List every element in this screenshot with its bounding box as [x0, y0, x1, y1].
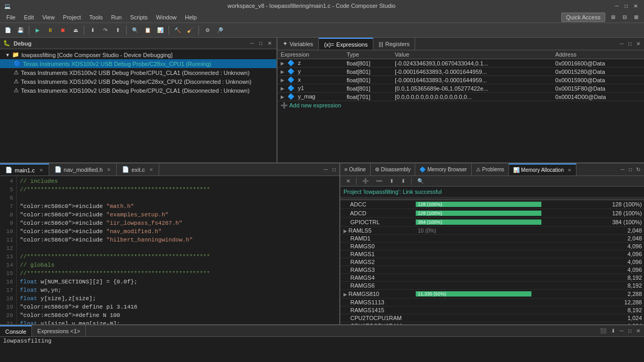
vars-row-1[interactable]: ▶ 🔷 y float[801] [-0.000164633893,-0.000…: [277, 68, 644, 76]
editor-content[interactable]: 45678910111213141516171819202122232425 /…: [0, 176, 339, 324]
console-clear-btn[interactable]: ⬛: [598, 327, 608, 334]
mem-row-9[interactable]: RAMGS4 8,192: [340, 274, 644, 282]
tab-memory-browser[interactable]: 🔷 Memory Browser: [415, 163, 472, 175]
quick-access-button[interactable]: Quick Access: [561, 13, 605, 22]
debug-maximize-btn[interactable]: □: [258, 40, 264, 47]
right-panel-min-btn[interactable]: ─: [619, 166, 626, 173]
mem-row-12[interactable]: RAMGS1113 12,288: [340, 299, 644, 306]
editor-max-btn[interactable]: □: [331, 166, 337, 173]
mem-filter-btn[interactable]: 🔍: [415, 177, 426, 185]
debug-close-btn[interactable]: ✕: [266, 40, 273, 47]
toolbar-debug-stop[interactable]: ⏹: [57, 25, 69, 36]
editor-tab-close-main[interactable]: ✕: [39, 168, 43, 173]
vars-row-4[interactable]: ▶ 🔷 y_mag float[701] [0.0,0.0,0.0,0.0,0.…: [277, 93, 644, 101]
mem-row-6[interactable]: RAMGS1 4,096: [340, 250, 644, 258]
tab-variables[interactable]: ✦ Variables: [277, 38, 319, 50]
vars-maximize-btn[interactable]: □: [627, 40, 633, 47]
editor-tab-main[interactable]: 📄 main1.c ✕: [0, 163, 49, 175]
vars-row-0[interactable]: ▶ 🔷 z float[801] [-0.0243346393,0.067043…: [277, 59, 644, 68]
toolbar-layout1[interactable]: ⊞: [607, 12, 619, 23]
mem-alloc-tab-close[interactable]: ✕: [568, 168, 572, 173]
menu-project[interactable]: Project: [59, 13, 85, 21]
mem-row-7[interactable]: RAMGS2 4,096: [340, 258, 644, 266]
tab-console[interactable]: Console: [0, 325, 32, 336]
editor-min-btn[interactable]: ─: [323, 166, 329, 173]
vars-row-3[interactable]: ▶ 🔷 y1 float[801] [0.0,1.05365689e-06,1.…: [277, 84, 644, 93]
debug-tree-item-3[interactable]: ⚠ Texas Instruments XDS100v2 USB Debug P…: [0, 86, 276, 95]
toolbar-debug-suspend[interactable]: ⏸: [45, 25, 56, 36]
toolbar-step-over[interactable]: ↷: [99, 25, 111, 36]
toolbar-registers[interactable]: 📋: [142, 25, 153, 36]
mem-add-btn[interactable]: ➕: [360, 177, 371, 185]
menu-run[interactable]: Run: [107, 13, 126, 21]
variables-table-scroll[interactable]: Expression Type Value Address ▶ 🔷 z floa…: [277, 50, 644, 162]
mem-row-2[interactable]: GPIOCTRL 384 (100%) 384 (100%): [340, 218, 644, 227]
toolbar-new[interactable]: 📄: [2, 25, 14, 36]
mem-export-btn[interactable]: ⬆: [387, 177, 396, 185]
debug-tree-root[interactable]: ▼ 📁 lowpassfilting [Code Composer Studio…: [0, 50, 276, 59]
toolbar-step-out[interactable]: ⬆: [112, 25, 124, 36]
toolbar-build[interactable]: 🔨: [172, 25, 183, 36]
tab-problems[interactable]: ⚠ Problems: [472, 163, 509, 175]
tab-registers[interactable]: ||| Registers: [373, 38, 415, 50]
menu-tools[interactable]: Tools: [85, 13, 107, 21]
mem-row-13[interactable]: RAMGS1415 8,192: [340, 306, 644, 314]
right-panel-refresh-btn[interactable]: ↻: [635, 166, 642, 173]
mem-row-4[interactable]: RAMD1 2,048: [340, 235, 644, 243]
toolbar-clean[interactable]: 🧹: [184, 25, 196, 36]
debug-tree-item-1[interactable]: ⚠ Texas Instruments XDS100v2 USB Debug P…: [0, 68, 276, 77]
toolbar-debug-resume[interactable]: ▶: [32, 25, 43, 36]
toolbar-expressions[interactable]: 📊: [154, 25, 166, 36]
tab-expressions[interactable]: (x)= Expressions: [319, 38, 373, 50]
mem-remove-btn[interactable]: ➖: [373, 177, 385, 185]
toolbar-layout3[interactable]: ⊠: [630, 12, 642, 23]
add-expression-btn[interactable]: ➕ Add new expression: [277, 101, 644, 110]
mem-row-8[interactable]: RAMGS3 4,096: [340, 266, 644, 274]
mem-row-11[interactable]: ▶ RAMGS810 11,330 (92%) 2,288: [340, 290, 644, 299]
menu-window[interactable]: Window: [152, 13, 181, 21]
menu-scripts[interactable]: Scripts: [126, 13, 152, 21]
mem-import-btn[interactable]: ⬇: [398, 177, 408, 185]
mem-row-5[interactable]: RAMGS0 4,096: [340, 243, 644, 250]
toolbar-layout2[interactable]: ⊟: [619, 12, 630, 23]
toolbar-memory[interactable]: 🔍: [129, 25, 141, 36]
toolbar-debug-disconnect[interactable]: ⏏: [70, 25, 81, 36]
menu-help[interactable]: Help: [181, 13, 201, 21]
menu-view[interactable]: View: [38, 13, 59, 21]
toolbar-settings[interactable]: ⚙: [202, 25, 213, 36]
vars-close-btn[interactable]: ✕: [635, 40, 642, 47]
editor-tab-exit[interactable]: 📄 exit.c ✕: [117, 163, 159, 175]
console-close-btn[interactable]: ✕: [635, 327, 642, 334]
right-panel-max-btn[interactable]: □: [627, 166, 634, 173]
minimize-button[interactable]: ─: [613, 2, 621, 10]
tab-expressions-console[interactable]: Expressions <1>: [32, 325, 86, 336]
mem-row-1[interactable]: ADCD 128 (100%) 128 (100%): [340, 209, 644, 218]
toolbar-search[interactable]: 🔎: [214, 25, 226, 36]
tab-outline[interactable]: ≡ Outline: [340, 163, 371, 175]
tab-memory-allocation[interactable]: 📊 Memory Allocation ✕: [509, 163, 576, 175]
toolbar-step-into[interactable]: ⬇: [87, 25, 98, 36]
editor-tab-nav[interactable]: 📄 nav_modified.h ✕: [49, 163, 117, 175]
toolbar-save[interactable]: 💾: [15, 25, 26, 36]
editor-tab-close-nav[interactable]: ✕: [107, 167, 111, 172]
console-scroll-btn[interactable]: ⬇: [609, 327, 617, 334]
menu-file[interactable]: File: [2, 13, 20, 21]
mem-row-3[interactable]: ▶ RAMLS5 10 (0%) 2,048: [340, 227, 644, 235]
debug-collapse-btn[interactable]: ─: [249, 40, 256, 47]
console-max-btn[interactable]: □: [627, 327, 633, 334]
debug-tree-item-2[interactable]: ⚠ Texas Instruments XDS100v2 USB Debug P…: [0, 77, 276, 86]
mem-row-10[interactable]: RAMGS6 8,192: [340, 282, 644, 290]
console-min-btn[interactable]: ─: [618, 327, 625, 334]
mem-row-0[interactable]: ADCC 128 (100%) 128 (100%): [340, 200, 644, 209]
close-button[interactable]: ✕: [631, 2, 640, 10]
vars-row-2[interactable]: ▶ 🔷 x float[801] [-0.000164633893,-0.000…: [277, 76, 644, 84]
memory-allocation-content[interactable]: Project 'lowpassfilting': Link successfu…: [340, 187, 644, 324]
mem-row-14[interactable]: CPU2TOCPU1RAM 1,024: [340, 314, 644, 322]
mem-close-btn[interactable]: ✕: [343, 177, 353, 185]
menu-edit[interactable]: Edit: [20, 13, 38, 21]
editor-tab-close-exit[interactable]: ✕: [149, 167, 153, 172]
code-area[interactable]: // includes//***************************…: [17, 176, 339, 324]
debug-tree-item-0[interactable]: 🔵 Texas Instruments XDS100v2 USB Debug P…: [0, 59, 276, 68]
maximize-button[interactable]: □: [622, 2, 630, 10]
vars-collapse-btn[interactable]: ─: [618, 40, 625, 47]
